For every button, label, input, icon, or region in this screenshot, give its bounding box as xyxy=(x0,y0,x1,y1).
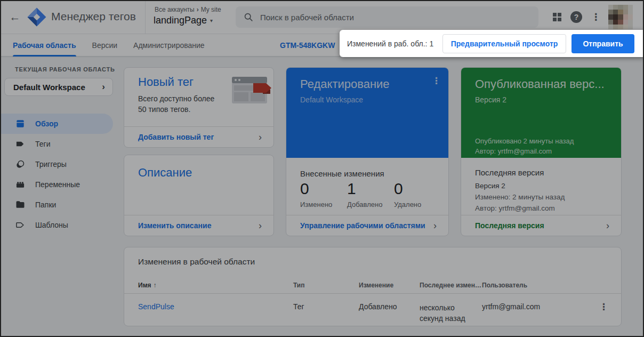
workspace-changes-count: Изменений в раб. обл.: 1 xyxy=(347,39,433,48)
gtm-workspace-page: ← Менеджер тегов Все аккаунты›My site la… xyxy=(0,0,644,337)
preview-button[interactable]: Предварительный просмотр xyxy=(442,34,566,53)
publish-controls-highlight: Изменений в раб. обл.: 1 Предварительный… xyxy=(340,30,644,57)
submit-button[interactable]: Отправить xyxy=(571,34,634,53)
